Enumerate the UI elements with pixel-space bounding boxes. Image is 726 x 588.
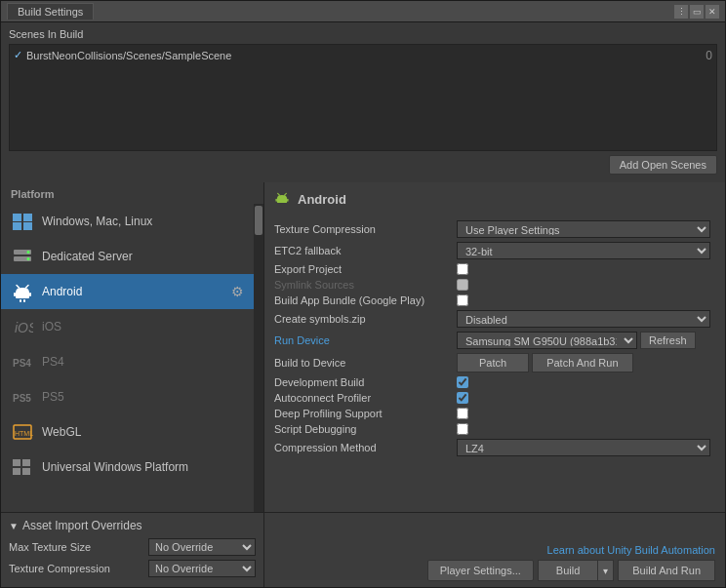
autoconnect-profiler-row: Autoconnect Profiler (274, 390, 715, 406)
svg-rect-23 (13, 468, 20, 475)
svg-text:PS5: PS5 (13, 393, 31, 404)
main-content: Platform Windows, Mac, Li (1, 182, 725, 512)
svg-point-6 (27, 251, 30, 254)
svg-rect-21 (13, 459, 20, 466)
svg-text:HTML: HTML (15, 430, 33, 437)
gear-icon[interactable]: ⚙ (231, 284, 244, 299)
build-and-run-button[interactable]: Build And Run (618, 560, 715, 581)
build-app-bundle-label: Build App Bundle (Google Play) (274, 293, 455, 308)
refresh-button[interactable]: Refresh (640, 332, 696, 349)
windows-icon (11, 210, 34, 233)
svg-rect-30 (287, 199, 288, 202)
max-texture-size-row: Max Texture Size No Override 3264128256 … (9, 538, 256, 556)
sidebar-item-ps5[interactable]: PS5 PS5 (1, 379, 254, 414)
learn-link[interactable]: Learn about Unity Build Automation (547, 544, 715, 556)
svg-rect-13 (29, 293, 31, 296)
player-settings-button[interactable]: Player Settings... (427, 560, 534, 581)
sidebar-item-ps4[interactable]: PS4 PS4 (1, 344, 254, 379)
platform-sidebar-scroll: Windows, Mac, Linux Dedicated (1, 204, 263, 512)
android-header: Android (274, 190, 715, 209)
create-symbols-row: Create symbols.zip Disabled Public Debug… (274, 308, 715, 330)
svg-line-10 (17, 286, 20, 289)
max-texture-size-select[interactable]: No Override 3264128256 51210242048 (148, 538, 256, 556)
run-device-link[interactable]: Run Device (274, 334, 330, 346)
svg-rect-29 (275, 199, 276, 202)
build-app-bundle-checkbox-cell (455, 293, 715, 308)
texture-compression-override-label: Texture Compression (9, 563, 110, 574)
svg-line-28 (285, 193, 287, 195)
scene-index: 0 (706, 49, 712, 62)
scene-check: ✓ (14, 49, 22, 61)
compression-method-value: Default LZ4 LZ4HC (455, 437, 715, 458)
platform-name-windows: Windows, Mac, Linux (42, 215, 152, 228)
svg-rect-0 (13, 214, 21, 221)
etc2-fallback-label: ETC2 fallback (274, 240, 455, 261)
build-dropdown-arrow[interactable]: ▾ (597, 560, 614, 581)
export-project-checkbox[interactable] (457, 263, 468, 275)
run-device-select[interactable]: Samsung SM G950U (988a1b314 (457, 332, 637, 349)
svg-point-7 (27, 257, 30, 260)
build-dropdown: Build ▾ (538, 560, 614, 581)
svg-rect-15 (23, 299, 25, 302)
platform-sidebar: Platform Windows, Mac, Li (1, 182, 264, 512)
svg-rect-22 (22, 459, 30, 466)
build-button[interactable]: Build (538, 560, 597, 581)
build-to-device-row: Build to Device Patch Patch And Run (274, 351, 715, 374)
deep-profiling-checkbox[interactable] (457, 408, 468, 419)
menu-button[interactable]: ⋮ (674, 5, 688, 19)
asset-import-label: Asset Import Overrides (22, 519, 142, 532)
scroll-thumb (255, 206, 262, 235)
android-panel-title: Android (298, 192, 346, 207)
patch-button[interactable]: Patch (457, 353, 529, 372)
sidebar-item-uwp[interactable]: Universal Windows Platform (1, 450, 254, 485)
add-scenes-row: Add Open Scenes (9, 151, 717, 178)
etc2-fallback-select[interactable]: 32-bit (457, 242, 710, 259)
sidebar-item-webgl[interactable]: HTML WebGL (1, 414, 254, 450)
platform-scrollbar[interactable] (254, 204, 263, 512)
svg-rect-3 (23, 222, 32, 230)
run-device-row: Run Device Samsung SM G950U (988a1b314 R… (274, 330, 715, 351)
asset-import-section: ▼ Asset Import Overrides Max Texture Siz… (1, 513, 264, 587)
autoconnect-profiler-label: Autoconnect Profiler (274, 390, 455, 406)
symlink-sources-label: Symlink Sources (274, 277, 455, 293)
build-app-bundle-row: Build App Bundle (Google Play) (274, 293, 715, 308)
sidebar-item-dedicated-server[interactable]: Dedicated Server (1, 239, 254, 274)
texture-compression-override-select[interactable]: No Override UncompressedCompressed (148, 560, 256, 577)
deep-profiling-checkbox-cell (455, 406, 715, 421)
platform-name-uwp: Universal Windows Platform (42, 460, 188, 474)
scene-name: BurstNeonCollisions/Scenes/SampleScene (26, 50, 231, 61)
svg-line-27 (278, 193, 280, 195)
platform-name-dedicated: Dedicated Server (42, 250, 133, 263)
development-build-checkbox[interactable] (457, 376, 468, 388)
close-button[interactable]: ✕ (706, 5, 719, 19)
texture-compression-select[interactable]: Use Player Settings (457, 220, 710, 238)
svg-rect-12 (14, 293, 16, 296)
sidebar-item-android[interactable]: Android ⚙ (1, 274, 254, 309)
sidebar-item-ios[interactable]: iOS iOS (1, 309, 254, 344)
build-app-bundle-checkbox[interactable] (457, 294, 468, 306)
run-device-controls-row: Samsung SM G950U (988a1b314 Refresh (457, 332, 713, 349)
autoconnect-profiler-checkbox[interactable] (457, 392, 468, 404)
development-build-label: Development Build (274, 374, 455, 390)
svg-rect-14 (20, 299, 21, 302)
build-to-device-controls: Patch Patch And Run (455, 351, 715, 374)
patch-and-run-button[interactable]: Patch And Run (532, 353, 632, 372)
sidebar-item-windows[interactable]: Windows, Mac, Linux (1, 204, 254, 239)
platform-name-webgl: WebGL (42, 425, 81, 439)
script-debugging-checkbox[interactable] (457, 423, 468, 435)
ps5-icon: PS5 (11, 385, 34, 409)
platform-list: Windows, Mac, Linux Dedicated (1, 204, 254, 512)
create-symbols-select[interactable]: Disabled Public Debugging (457, 310, 710, 328)
script-debugging-row: Script Debugging (274, 421, 715, 437)
build-settings-window: Build Settings ⋮ ▭ ✕ Scenes In Build ✓ B… (0, 0, 726, 588)
asset-import-header[interactable]: ▼ Asset Import Overrides (9, 519, 256, 532)
script-debugging-checkbox-cell (455, 421, 715, 437)
webgl-icon: HTML (11, 420, 34, 444)
compression-method-select[interactable]: Default LZ4 LZ4HC (457, 439, 710, 456)
export-project-row: Export Project (274, 261, 715, 277)
script-debugging-label: Script Debugging (274, 421, 455, 437)
maximize-button[interactable]: ▭ (690, 5, 704, 19)
texture-compression-label: Texture Compression (274, 218, 455, 240)
add-open-scenes-button[interactable]: Add Open Scenes (609, 155, 717, 175)
right-bottom-area: Learn about Unity Build Automation Playe… (264, 513, 725, 587)
